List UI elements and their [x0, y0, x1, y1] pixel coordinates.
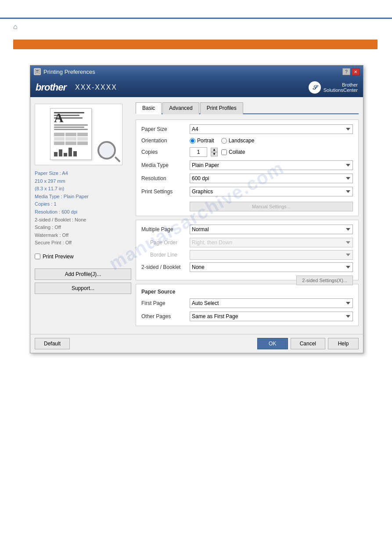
page-order-select[interactable]: Right, then Down — [190, 238, 353, 247]
paper-source-section: Paper Source First Page Auto Select Tray… — [136, 284, 359, 326]
page-order-row: Page Order Right, then Down — [141, 238, 353, 247]
info-scaling: Scaling : Off — [35, 224, 131, 232]
other-pages-select[interactable]: Same as First Page Tray 1 — [190, 312, 353, 321]
multiple-page-section: Multiple Page Normal 2 in 1 Page Order — [136, 220, 359, 280]
landscape-label: Landscape — [229, 138, 255, 144]
media-type-row: Media Type Plain Paper Thick Paper — [141, 160, 353, 170]
paper-size-control: A4 Letter Legal — [190, 124, 353, 134]
info-secure-print: Secure Print : Off — [35, 239, 131, 247]
two-sided-row: 2-sided / Booklet None 2-sided — [141, 262, 353, 272]
brand-bar: brother XXX-XXXX 𝒮 Brother SolutionsCent… — [30, 78, 363, 97]
manual-settings-button[interactable]: Manual Settings... — [190, 202, 353, 211]
brand-logo: brother — [36, 82, 66, 93]
left-panel: A — [35, 102, 131, 330]
cancel-button[interactable]: Cancel — [291, 338, 325, 349]
multiple-page-select[interactable]: Normal 2 in 1 — [190, 225, 353, 234]
copies-spinner: ▲ ▼ — [211, 148, 218, 156]
multiple-page-row: Multiple Page Normal 2 in 1 — [141, 225, 353, 234]
dialog-body: A — [30, 97, 363, 334]
two-sided-control: None 2-sided — [190, 262, 353, 272]
copies-label: Copies — [141, 149, 190, 155]
media-type-select[interactable]: Plain Paper Thick Paper — [190, 160, 353, 170]
collate-option[interactable]: Collate — [221, 149, 245, 155]
svg-rect-1 — [36, 70, 39, 71]
print-settings-select[interactable]: Graphics Text — [190, 187, 353, 196]
dialog-help-button[interactable]: ? — [342, 68, 350, 75]
info-inches: (8.3 x 11.7 in) — [35, 185, 131, 193]
copies-input[interactable]: 1 — [190, 147, 207, 157]
paper-source-title: Paper Source — [141, 289, 353, 295]
right-panel: Basic Advanced Print Profiles Paper Size… — [136, 102, 359, 330]
border-line-row: Border Line — [141, 250, 353, 260]
dialog-title-buttons: ? ✕ — [342, 68, 360, 75]
orientation-row: Orientation Portrait Landscape — [141, 138, 353, 144]
info-paper-size: Paper Size : A4 — [35, 170, 131, 178]
default-button[interactable]: Default — [35, 338, 70, 349]
first-page-select[interactable]: Auto Select Tray 1 — [190, 298, 353, 308]
basic-settings-section: Paper Size A4 Letter Legal O — [136, 120, 359, 216]
portrait-radio[interactable] — [190, 138, 195, 144]
tab-basic[interactable]: Basic — [136, 102, 162, 114]
print-settings-label: Print Settings — [141, 189, 190, 195]
resolution-control: 600 dpi 300 dpi — [190, 174, 353, 183]
other-pages-row: Other Pages Same as First Page Tray 1 — [141, 312, 353, 321]
border-line-select[interactable] — [190, 250, 353, 260]
home-icon[interactable]: ⌂ — [13, 23, 18, 31]
multiple-page-control: Normal 2 in 1 — [190, 225, 353, 234]
collate-label: Collate — [229, 149, 245, 155]
orientation-label: Orientation — [141, 138, 190, 144]
tab-advanced[interactable]: Advanced — [162, 102, 199, 114]
info-copies: Copies : 1 — [35, 200, 131, 208]
brand-left: brother XXX-XXXX — [36, 82, 117, 93]
info-resolution: Resolution : 600 dpi — [35, 208, 131, 216]
copies-up-button[interactable]: ▲ — [211, 148, 218, 152]
svg-rect-0 — [35, 69, 40, 74]
solutions-center[interactable]: 𝒮 Brother SolutionsCenter — [309, 81, 358, 94]
copies-down-button[interactable]: ▼ — [211, 152, 218, 156]
page-order-control: Right, then Down — [190, 238, 353, 247]
landscape-option[interactable]: Landscape — [221, 138, 255, 144]
orientation-control: Portrait Landscape — [190, 138, 353, 144]
info-watermark: Watermark : Off — [35, 232, 131, 239]
print-preview-row: Print Preview — [35, 254, 131, 260]
help-button[interactable]: Help — [328, 338, 359, 349]
ok-button[interactable]: OK — [257, 338, 288, 349]
section-orange-bar — [13, 40, 378, 49]
paper-size-select[interactable]: A4 Letter Legal — [190, 124, 353, 134]
support-button[interactable]: Support... — [35, 283, 131, 294]
multiple-page-label: Multiple Page — [141, 226, 190, 232]
portrait-option[interactable]: Portrait — [190, 138, 214, 144]
two-sided-settings-button[interactable]: 2-sided Settings(X)... — [296, 276, 353, 285]
landscape-radio[interactable] — [221, 138, 227, 144]
print-preview-area: A — [35, 104, 122, 165]
dialog-content-wrapper: A — [30, 97, 363, 334]
first-page-control: Auto Select Tray 1 — [190, 298, 353, 308]
page-order-label: Page Order — [150, 239, 190, 246]
other-pages-label: Other Pages — [141, 313, 190, 319]
dialog-close-button[interactable]: ✕ — [352, 68, 360, 75]
resolution-select[interactable]: 600 dpi 300 dpi — [190, 174, 353, 183]
paper-size-row: Paper Size A4 Letter Legal — [141, 124, 353, 134]
add-profile-button[interactable]: Add Profile(J)... — [35, 268, 131, 280]
first-page-row: First Page Auto Select Tray 1 — [141, 298, 353, 308]
print-preview-label: Print Preview — [43, 254, 74, 260]
manual-settings-control: Manual Settings... — [190, 200, 353, 211]
dialog-title-left: Printing Preferences — [34, 68, 95, 75]
media-type-control: Plain Paper Thick Paper — [190, 160, 353, 170]
info-media-type: Media Type : Plain Paper — [35, 193, 131, 201]
print-preview-checkbox[interactable] — [35, 254, 40, 259]
manual-settings-row: Manual Settings... — [141, 200, 353, 211]
dialog-title-icon — [34, 68, 41, 75]
tab-print-profiles[interactable]: Print Profiles — [200, 102, 243, 114]
page-wrapper: ⌂ Printing Preferences ? ✕ — [0, 0, 392, 555]
paper-size-label: Paper Size — [141, 126, 190, 132]
footer-left: Default — [35, 338, 70, 349]
two-sided-label: 2-sided / Booklet — [141, 264, 190, 270]
printing-preferences-dialog: Printing Preferences ? ✕ brother XXX-XXX… — [30, 65, 363, 353]
collate-checkbox[interactable] — [221, 149, 227, 155]
brand-model: XXX-XXXX — [75, 83, 117, 91]
svg-rect-2 — [36, 72, 39, 73]
two-sided-select[interactable]: None 2-sided — [190, 262, 353, 272]
solutions-label: Brother SolutionsCenter — [324, 82, 358, 93]
tabs-row: Basic Advanced Print Profiles — [136, 102, 359, 114]
